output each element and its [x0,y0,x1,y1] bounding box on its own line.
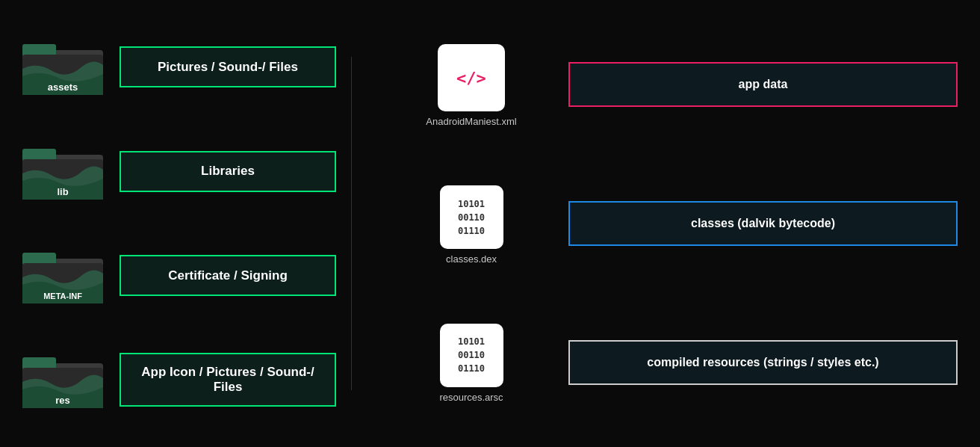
main-container: assets Pictures / Sound-/ Files lib [0,0,980,447]
right-labels-column: app data classes (dalvik bytecode) compi… [546,15,958,432]
folder-label-metainf: Certificate / Signing [120,255,336,296]
dex-icon-resources: 10101 00110 01110 [440,324,503,387]
folder-row-res: res App Icon / Pictures / Sound-/ Files [22,348,336,412]
file-item-resources-arsc: 10101 00110 01110 resources.arsc [439,324,503,403]
label-row-appdata: app data [568,62,958,107]
xml-icon: </> [438,44,505,111]
folder-row-lib: lib Libraries [22,140,336,203]
svg-text:assets: assets [48,81,78,93]
folder-row-assets: assets Pictures / Sound-/ Files [22,35,336,99]
label-row-resources: compiled resources (strings / styles etc… [568,340,958,385]
label-row-classes: classes (dalvik bytecode) [568,201,958,246]
right-panel: </> AnadroidManiest.xml 10101 00110 0111… [367,15,958,432]
folder-icon-lib: lib [22,140,105,203]
manifest-filename: AnadroidManiest.xml [426,116,516,127]
svg-rect-13 [22,357,56,369]
label-app-data: app data [568,62,958,107]
folder-icon-metainf: META-INF [22,244,105,307]
folder-label-lib: Libraries [120,151,336,192]
svg-text:res: res [55,395,70,406]
label-compiled-resources: compiled resources (strings / styles etc… [568,340,958,385]
classesdex-filename: classes.dex [446,253,497,265]
svg-rect-1 [22,44,56,56]
svg-rect-5 [22,149,56,161]
left-panel: assets Pictures / Sound-/ Files lib [22,15,336,432]
svg-rect-9 [22,253,56,265]
label-classes-dalvik: classes (dalvik bytecode) [568,201,958,246]
folder-icon-assets: assets [22,35,105,99]
divider [351,57,352,390]
svg-text:lib: lib [57,186,68,197]
folder-label-res: App Icon / Pictures / Sound-/ Files [120,353,336,407]
file-item-classes-dex: 10101 00110 01110 classes.dex [440,185,503,265]
folder-icon-res: res [22,348,105,412]
folder-label-assets: Pictures / Sound-/ Files [120,46,336,87]
folder-row-metainf: META-INF Certificate / Signing [22,244,336,307]
file-icons-column: </> AnadroidManiest.xml 10101 00110 0111… [397,15,546,432]
resourcesarsc-filename: resources.arsc [439,392,503,403]
dex-icon-classes: 10101 00110 01110 [440,185,503,249]
svg-text:META-INF: META-INF [43,292,82,300]
file-item-manifest: </> AnadroidManiest.xml [426,44,516,127]
